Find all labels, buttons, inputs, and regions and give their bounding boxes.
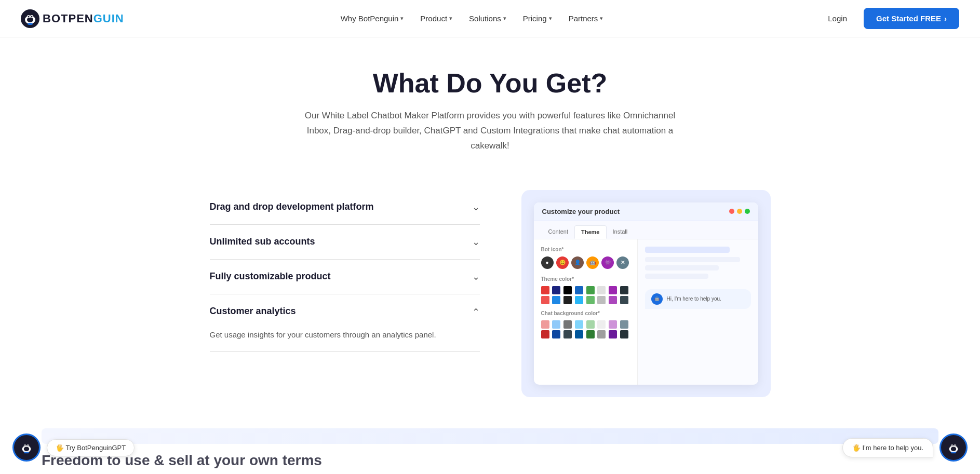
color-swatch[interactable] <box>597 320 606 329</box>
hero-subtitle: Our White Label Chatbot Maker Platform p… <box>293 109 688 154</box>
color-swatch[interactable] <box>552 330 560 338</box>
color-swatch[interactable] <box>563 320 572 329</box>
preview-bar-short <box>645 265 719 270</box>
screenshot-title: Customize your product <box>542 208 721 215</box>
accordion-header-unlimited-sub[interactable]: Unlimited sub accounts ⌄ <box>210 225 480 259</box>
bot-icon-label: Bot icon* <box>541 247 630 252</box>
accordion-header-analytics[interactable]: Customer analytics ⌄ <box>210 294 480 329</box>
nav-product[interactable]: Product ▾ <box>414 10 459 27</box>
color-swatch[interactable] <box>541 330 549 338</box>
accordion-title-analytics: Customer analytics <box>210 306 296 317</box>
screenshot-right-panel: 🤖 Hi, I'm here to help you. <box>638 239 758 385</box>
chat-widget-avatar-right[interactable] <box>939 434 968 462</box>
avatar-1[interactable]: ● <box>541 256 554 269</box>
color-swatch[interactable] <box>552 286 560 294</box>
color-swatch[interactable] <box>575 286 583 294</box>
bot-avatar-icon <box>18 439 35 456</box>
bot-avatar-right-icon <box>945 439 962 456</box>
tab-install[interactable]: Install <box>607 225 634 239</box>
accordion-header-customizable[interactable]: Fully customizable product ⌄ <box>210 260 480 294</box>
color-swatch[interactable] <box>620 286 628 294</box>
color-swatch[interactable] <box>552 320 560 329</box>
svg-point-5 <box>28 16 30 17</box>
avatar-5[interactable]: 👾 <box>601 256 614 269</box>
bottom-section-title: Freedom to use & sell at your own terms <box>0 444 980 469</box>
color-swatch[interactable] <box>597 286 606 294</box>
hero-title: What Do You Get? <box>277 69 703 98</box>
color-swatch[interactable] <box>609 296 617 304</box>
avatar-row: ● 😊 👤 🤖 👾 ✕ <box>541 256 630 269</box>
accordion: Drag and drop development platform ⌄ Unl… <box>210 190 480 352</box>
chevron-down-icon: ⌄ <box>472 271 480 282</box>
accordion-body-analytics: Get usage insights for your customers th… <box>210 329 480 351</box>
svg-point-18 <box>951 447 956 452</box>
color-swatch[interactable] <box>586 286 595 294</box>
accordion-title-unlimited-sub: Unlimited sub accounts <box>210 236 315 247</box>
color-swatch[interactable] <box>609 330 617 338</box>
color-swatch[interactable] <box>541 286 549 294</box>
dot-red <box>729 209 734 214</box>
avatar-3[interactable]: 👤 <box>571 256 584 269</box>
nav-partners[interactable]: Partners ▾ <box>562 10 610 27</box>
svg-point-22 <box>955 445 956 446</box>
logo-text-penguin: PENGUIN <box>68 12 124 25</box>
nav-pricing[interactable]: Pricing ▾ <box>517 10 558 27</box>
get-started-button[interactable]: Get Started FREE › <box>864 8 959 29</box>
nav-solutions[interactable]: Solutions ▾ <box>463 10 513 27</box>
hero-section: What Do You Get? Our White Label Chatbot… <box>257 37 724 164</box>
chevron-down-icon: ▾ <box>503 15 506 22</box>
color-swatch[interactable] <box>541 320 549 329</box>
color-swatch[interactable] <box>575 320 583 329</box>
avatar-2[interactable]: 😊 <box>556 256 569 269</box>
color-swatch[interactable] <box>575 296 583 304</box>
dot-yellow <box>737 209 742 214</box>
color-swatch[interactable] <box>563 286 572 294</box>
color-swatch[interactable] <box>597 296 606 304</box>
tab-content[interactable]: Content <box>542 225 575 239</box>
svg-point-13 <box>24 445 25 446</box>
chat-widget-left[interactable]: 🖐 Try BotPenguinGPT <box>12 434 135 462</box>
product-screenshot: Customize your product Content Theme Ins… <box>534 202 758 385</box>
accordion-item-unlimited-sub: Unlimited sub accounts ⌄ <box>210 225 480 260</box>
color-swatch[interactable] <box>586 296 595 304</box>
color-swatch[interactable] <box>609 320 617 329</box>
preview-bar-mid <box>645 257 741 262</box>
login-button[interactable]: Login <box>820 10 855 27</box>
nav-why-botpenguin[interactable]: Why BotPenguin ▾ <box>334 10 410 27</box>
accordion-header-drag-drop[interactable]: Drag and drop development platform ⌄ <box>210 190 480 224</box>
nav-actions: Login Get Started FREE › <box>820 8 959 29</box>
color-swatch[interactable] <box>597 330 606 338</box>
tab-theme[interactable]: Theme <box>574 225 606 239</box>
color-swatch[interactable] <box>609 286 617 294</box>
color-swatch[interactable] <box>586 330 595 338</box>
accordion-item-analytics: Customer analytics ⌄ Get usage insights … <box>210 294 480 352</box>
color-swatch[interactable] <box>586 320 595 329</box>
theme-color-grid <box>541 286 630 304</box>
window-dots <box>729 209 750 214</box>
nav-links: Why BotPenguin ▾ Product ▾ Solutions ▾ P… <box>334 10 610 27</box>
chat-widget-label[interactable]: 🖐 Try BotPenguinGPT <box>47 439 135 456</box>
accordion-title-customizable: Fully customizable product <box>210 271 331 282</box>
color-swatch[interactable] <box>620 330 628 338</box>
color-swatch[interactable] <box>563 296 572 304</box>
accordion-title-drag-drop: Drag and drop development platform <box>210 201 374 212</box>
chat-widget-avatar-left[interactable] <box>12 434 41 462</box>
avatar-6[interactable]: ✕ <box>616 256 629 269</box>
color-swatch[interactable] <box>620 296 628 304</box>
color-swatch[interactable] <box>620 320 628 329</box>
chat-bubble-right: 🖐 I'm here to help you. <box>842 438 933 457</box>
svg-point-7 <box>28 23 33 25</box>
chevron-down-icon: ⌄ <box>472 201 480 213</box>
chat-bg-color-grid <box>541 320 630 338</box>
color-swatch[interactable] <box>575 330 583 338</box>
svg-point-10 <box>24 447 29 452</box>
color-swatch[interactable] <box>552 296 560 304</box>
features-section: Drag and drop development platform ⌄ Unl… <box>127 164 854 428</box>
chat-preview-bubble: 🤖 Hi, I'm here to help you. <box>645 289 751 309</box>
logo[interactable]: BOT PENGUIN <box>21 9 124 28</box>
chat-widget-right[interactable]: 🖐 I'm here to help you. <box>842 434 968 462</box>
screenshot-content: Bot icon* ● 😊 👤 🤖 👾 ✕ Theme color* Chat … <box>534 239 758 385</box>
avatar-4[interactable]: 🤖 <box>586 256 599 269</box>
color-swatch[interactable] <box>541 296 549 304</box>
color-swatch[interactable] <box>563 330 572 338</box>
